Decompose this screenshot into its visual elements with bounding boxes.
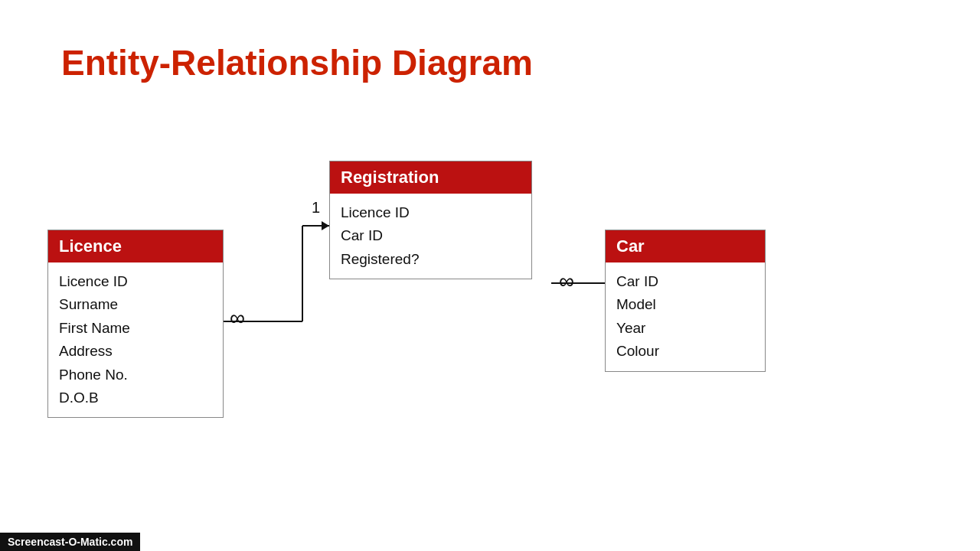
car-field-1: Model <box>616 293 754 316</box>
registration-field-1: Car ID <box>341 224 521 247</box>
car-field-0: Car ID <box>616 270 754 293</box>
licence-entity-body: Licence ID Surname First Name Address Ph… <box>48 262 223 417</box>
car-entity-body: Car ID Model Year Colour <box>606 262 765 371</box>
licence-entity: Licence Licence ID Surname First Name Ad… <box>47 230 224 418</box>
registration-entity-body: Licence ID Car ID Registered? <box>330 194 531 279</box>
car-entity-header: Car <box>606 230 765 262</box>
licence-entity-header: Licence <box>48 230 223 262</box>
svg-marker-3 <box>322 221 329 230</box>
watermark: Screencast-O-Matic.com <box>0 533 140 551</box>
registration-entity-header: Registration <box>330 161 531 194</box>
licence-field-4: Phone No. <box>59 364 212 386</box>
licence-field-5: D.O.B <box>59 386 212 409</box>
licence-field-0: Licence ID <box>59 270 212 293</box>
licence-field-1: Surname <box>59 293 212 316</box>
car-entity: Car Car ID Model Year Colour <box>605 230 766 372</box>
licence-field-2: First Name <box>59 317 212 340</box>
car-field-2: Year <box>616 317 754 340</box>
licence-field-3: Address <box>59 340 212 363</box>
page-title: Entity-Relationship Diagram <box>61 42 533 83</box>
car-field-3: Colour <box>616 340 754 363</box>
registration-field-2: Registered? <box>341 248 521 271</box>
registration-field-0: Licence ID <box>341 201 521 224</box>
car-cardinality-symbol: ∞ <box>559 269 574 294</box>
registration-cardinality-symbol: 1 <box>312 199 320 217</box>
licence-cardinality-symbol: ∞ <box>230 306 245 331</box>
registration-entity: Registration Licence ID Car ID Registere… <box>329 161 532 279</box>
